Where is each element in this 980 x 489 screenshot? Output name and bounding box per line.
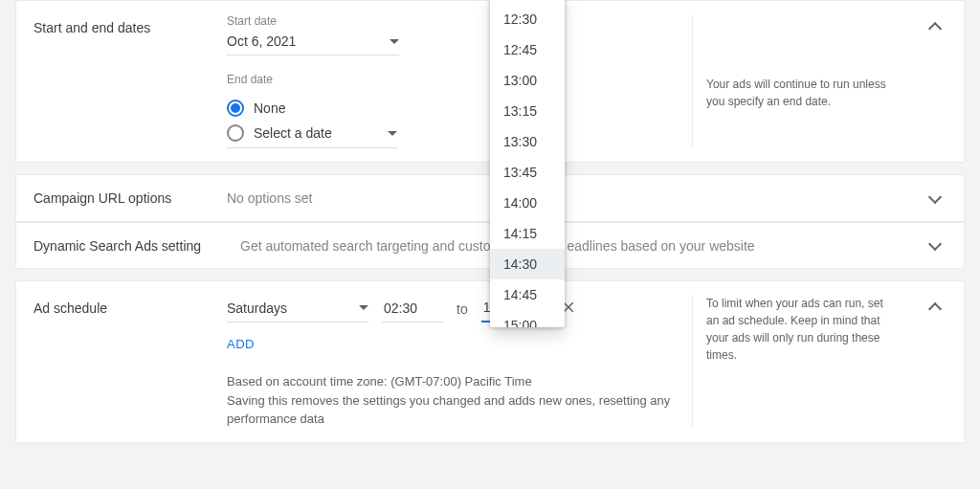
start-end-help-text: Your ads will continue to run unless you… (706, 78, 886, 108)
section-title-dsa: Dynamic Search Ads setting (33, 238, 240, 254)
time-option[interactable]: 13:15 (490, 96, 565, 126)
time-option[interactable]: 13:30 (490, 126, 565, 157)
end-date-select-wrap[interactable]: Select a date (227, 124, 397, 148)
collapse-icon[interactable] (928, 302, 942, 316)
time-option[interactable]: 14:00 (490, 188, 565, 218)
expand-icon[interactable] (928, 237, 942, 251)
section-title-start-end: Start and end dates (33, 14, 227, 35)
add-schedule-button[interactable]: ADD (227, 337, 255, 351)
chevron-down-icon (388, 131, 397, 136)
schedule-to-label: to (457, 301, 468, 317)
schedule-from-input[interactable] (382, 297, 443, 322)
url-options-value: No options set (227, 190, 692, 206)
time-option[interactable]: 15:00 (490, 310, 565, 327)
end-date-none-label: None (254, 100, 285, 116)
schedule-day-select[interactable]: Saturdays (227, 297, 368, 322)
chevron-down-icon (359, 305, 368, 310)
radio-icon (227, 100, 244, 117)
schedule-note-1: Based on account time zone: (GMT-07:00) … (227, 372, 692, 391)
expand-icon[interactable] (928, 189, 942, 203)
time-option[interactable]: 13:00 (490, 65, 565, 96)
radio-icon (227, 124, 244, 142)
schedule-day-value: Saturdays (227, 300, 287, 316)
time-option[interactable]: 14:45 (490, 279, 565, 310)
schedule-note-2: Saving this removes the settings you cha… (227, 391, 692, 429)
start-date-label: Start date (227, 14, 692, 28)
collapse-icon[interactable] (928, 22, 942, 35)
time-option[interactable]: 14:30 (490, 249, 565, 279)
time-option[interactable]: 12:45 (490, 34, 565, 65)
dsa-value-a: Get automated search targeting and custo (240, 238, 491, 254)
schedule-help-text: To limit when your ads can run, set an a… (706, 295, 899, 364)
chevron-down-icon (390, 39, 399, 44)
end-date-none-radio[interactable]: None (227, 100, 692, 117)
start-date-select[interactable]: Oct 6, 2021 (227, 30, 399, 56)
end-date-label: End date (227, 73, 692, 86)
dsa-value-b: eadlines based on your website (568, 238, 755, 254)
section-title-url-options: Campaign URL options (33, 190, 227, 206)
end-date-select-label: Select a date (254, 125, 378, 141)
start-date-value: Oct 6, 2021 (227, 33, 296, 49)
time-option[interactable]: 13:45 (490, 157, 565, 188)
time-option[interactable]: 12:30 (490, 4, 565, 34)
time-dropdown[interactable]: 12:1512:3012:4513:0013:1513:3013:4514:00… (490, 0, 565, 327)
time-option[interactable]: 14:15 (490, 218, 565, 249)
section-title-ad-schedule: Ad schedule (33, 295, 227, 316)
